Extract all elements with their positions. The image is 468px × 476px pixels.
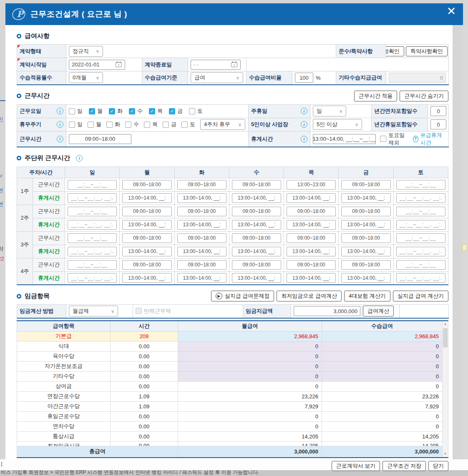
schedule-cell-input[interactable]: 13:00~14:00, __: <box>232 220 281 230</box>
checkbox-unchecked-icon[interactable] <box>125 122 131 128</box>
start-date-input[interactable]: 2022-01-01 7 <box>69 60 125 70</box>
schedule-cell-input[interactable]: 09:00~18:00 <box>177 233 226 243</box>
schedule-cell-input[interactable]: 09:00~18:00 <box>341 180 390 190</box>
annual-leave-input[interactable]: 0 <box>430 106 446 116</box>
scroll-down-icon[interactable]: ∨ <box>443 451 448 457</box>
close-icon[interactable]: ✕ <box>443 4 460 19</box>
probation-ratio-input[interactable]: 100 <box>295 73 313 83</box>
calendar-icon[interactable]: 7 <box>116 61 122 68</box>
schedule-cell-input[interactable]: 09:00~18:00 <box>177 180 226 190</box>
restcycle-checkbox-3[interactable]: 수 <box>125 121 139 128</box>
schedule-cell-input[interactable]: 09:00~18:00 <box>122 260 171 270</box>
checkbox-checked-icon[interactable]: ✓ <box>169 108 175 114</box>
schedule-cell-input[interactable]: __:__~__:__ <box>396 180 445 190</box>
rest-cycle-select[interactable]: 4주차 휴무 ∨ <box>200 119 245 130</box>
weekly-holiday-select[interactable]: 일 ∨ <box>313 106 346 116</box>
restcycle-checkbox-2[interactable]: 화 <box>106 121 120 128</box>
schedule-cell-input[interactable]: __:__~__:__, __:. <box>68 220 117 230</box>
schedule-cell-input[interactable]: 13:00~14:00, __: <box>122 273 171 283</box>
workday-checkbox-2[interactable]: ✓화 <box>109 107 123 115</box>
restcycle-checkbox-1[interactable]: 월 <box>88 121 101 128</box>
workday-checkbox-3[interactable]: ✓수 <box>129 107 143 115</box>
scrollbar-thumb[interactable] <box>443 328 448 347</box>
pay-problem-button[interactable]: ▶ 실지급 급여문제점 <box>211 291 274 301</box>
schedule-cell-input[interactable]: 13:00~14:00, __: <box>287 193 336 203</box>
checkbox-unchecked-icon[interactable] <box>88 122 94 128</box>
schedule-cell-input[interactable]: 13:00~14:00, __: <box>122 193 171 203</box>
schedule-cell-input[interactable]: __:__~__:__ <box>396 260 445 270</box>
schedule-cell-input[interactable]: __:__~__:__, __:. <box>396 220 445 230</box>
schedule-cell-input[interactable]: 13:00~14:00, __: <box>341 193 390 203</box>
checkbox-checked-icon[interactable]: ✓ <box>89 108 95 114</box>
schedule-cell-input[interactable]: 09:00~18:00 <box>341 233 390 243</box>
checkbox-unchecked-icon[interactable] <box>380 136 386 142</box>
schedule-cell-input[interactable]: 13:00~14:00, __: <box>287 247 336 256</box>
schedule-cell-input[interactable]: 13:00~14:00, __: <box>341 220 390 230</box>
probation-basis-select[interactable]: 급여 ∨ <box>191 72 243 83</box>
schedule-cell-input[interactable]: 09:00~18:00 <box>287 207 336 216</box>
calc-method-select[interactable]: 월급제 ∨ <box>69 306 118 316</box>
schedule-cell-input[interactable]: 13:00~14:00, __: <box>177 220 226 230</box>
schedule-cell-input[interactable]: __:__~__:__ <box>68 180 117 190</box>
checkbox-checked-icon[interactable]: ✓ <box>109 108 115 114</box>
pay-calc-button[interactable]: 급여계산 <box>363 306 394 316</box>
schedule-cell-input[interactable]: 13:00~14:00, __: <box>341 247 390 256</box>
schedule-cell-input[interactable]: 13:00~14:00, __: <box>341 273 390 283</box>
worktime-hide-button[interactable]: 근무시간 숨기기 <box>400 91 448 101</box>
schedule-cell-input[interactable]: 09:00~18:00 <box>177 207 226 216</box>
view-contract-button[interactable]: 근로계약서 보기 <box>332 461 380 471</box>
schedule-cell-input[interactable]: __:__~__:__ <box>396 233 445 243</box>
schedule-cell-input[interactable]: 09:00~18:00 <box>122 180 171 190</box>
netpay-calc-button[interactable]: 실지급 급여 계산기 <box>393 291 448 301</box>
schedule-cell-input[interactable]: __:__~__:__ <box>68 260 117 270</box>
schedule-cell-input[interactable]: __:__~__:__, __:. <box>68 247 117 256</box>
schedule-cell-input[interactable]: __:__~__:__ <box>68 207 117 216</box>
close-button[interactable]: 닫기 <box>428 461 448 471</box>
checkbox-unchecked-icon[interactable] <box>163 122 169 128</box>
info-icon[interactable]: i <box>301 136 307 142</box>
schedule-cell-input[interactable]: 09:00~18:00 <box>177 260 226 270</box>
schedule-cell-input[interactable]: 09:00~18:00 <box>232 260 281 270</box>
schedule-cell-input[interactable]: 13:00~14:00, __: <box>232 273 281 283</box>
workday-checkbox-6[interactable]: 토 <box>189 107 203 115</box>
insurance-calc-button[interactable]: 4대보험 계산기 <box>344 291 390 301</box>
schedule-cell-input[interactable]: 09:00~18:00 <box>341 260 390 270</box>
info-icon[interactable]: i <box>57 108 63 114</box>
checkbox-unchecked-icon[interactable] <box>106 122 113 128</box>
workday-checkbox-0[interactable]: 일 <box>69 107 83 115</box>
end-date-input[interactable]: - - 7 <box>191 60 241 70</box>
restcycle-checkbox-0[interactable]: 일 <box>69 121 83 128</box>
schedule-cell-input[interactable]: __:__~__:__, __:. <box>396 273 445 283</box>
checkbox-unchecked-icon[interactable] <box>69 108 75 114</box>
breaktime-input[interactable]: 13:00~14:00, __:__~__:__ <box>313 134 376 144</box>
contract-type-select[interactable]: 정규직 ∨ <box>69 46 103 57</box>
workday-checkbox-4[interactable]: ✓목 <box>149 107 163 115</box>
worktime-apply-button[interactable]: 근무시간 적용 <box>354 91 398 101</box>
schedule-cell-input[interactable]: __:__~__:__ <box>396 207 445 216</box>
info-icon[interactable]: i <box>57 136 63 142</box>
checkbox-unchecked-icon[interactable] <box>144 122 150 128</box>
schedule-cell-input[interactable]: 13:00~14:00, __: <box>177 247 226 256</box>
schedule-cell-input[interactable]: 13:00~14:00, __: <box>122 247 171 256</box>
schedule-cell-input[interactable]: 13:00~23:00 <box>287 180 336 190</box>
paid-break-link[interactable]: ? 유급휴게시간 <box>413 132 446 147</box>
schedule-cell-input[interactable]: 09:00~18:00 <box>232 207 281 216</box>
schedule-cell-input[interactable]: 09:00~18:00 <box>287 260 336 270</box>
workday-checkbox-1[interactable]: ✓월 <box>89 107 103 115</box>
info-icon[interactable]: i <box>301 108 307 114</box>
save-conditions-button[interactable]: 근무조건 저장 <box>382 461 426 471</box>
schedule-cell-input[interactable]: 13:00~14:00, __: <box>177 273 226 283</box>
schedule-cell-input[interactable]: 13:00~14:00, __: <box>287 273 336 283</box>
schedule-cell-input[interactable]: 13:00~14:00, __: <box>232 247 281 256</box>
calendar-icon[interactable]: 7 <box>231 61 238 68</box>
schedule-cell-input[interactable]: __:__~__:__, __:. <box>68 193 117 203</box>
pay-amount-input[interactable]: 3,000,000 <box>294 306 360 316</box>
schedule-cell-input[interactable]: __:__~__:__, __:. <box>396 193 445 203</box>
info-icon[interactable]: i <box>57 121 63 128</box>
restcycle-checkbox-4[interactable]: 목 <box>144 121 158 128</box>
schedule-cell-input[interactable]: __:__~__:__, __:. <box>68 273 117 283</box>
schedule-cell-input[interactable]: 09:00~18:00 <box>287 233 336 243</box>
exclude-saturday-checkbox[interactable]: 토요일제외 <box>380 132 408 147</box>
special-check-button[interactable]: 특약사항확인 <box>406 46 448 56</box>
checkbox-unchecked-icon[interactable] <box>69 122 75 128</box>
